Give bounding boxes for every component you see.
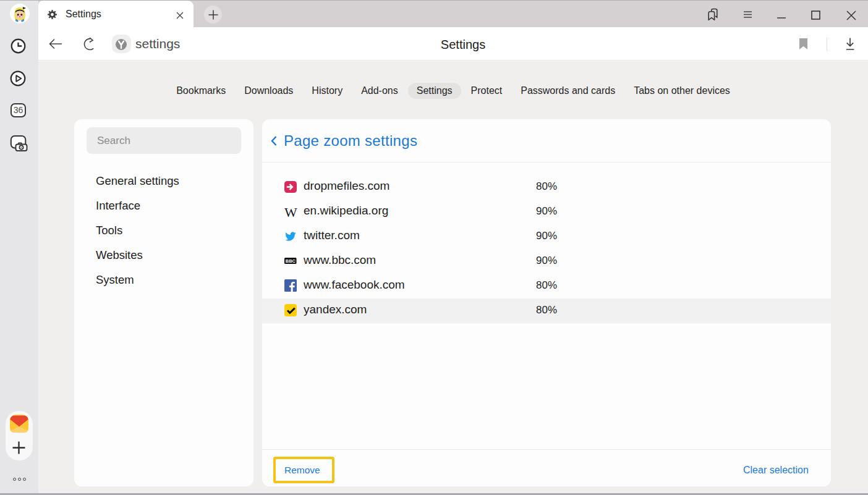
svg-text:BBC: BBC	[286, 258, 296, 264]
